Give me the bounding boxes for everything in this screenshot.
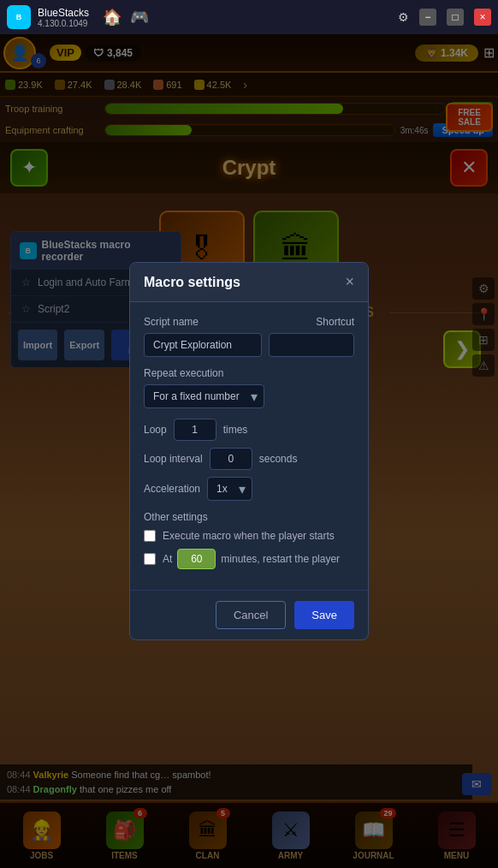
repeat-select[interactable]: For a fixed number	[144, 384, 264, 408]
macro-settings-modal: Macro settings × Script name Shortcut	[129, 262, 369, 640]
shortcut-label: Shortcut	[316, 316, 354, 328]
app-version: 4.130.0.1049	[38, 19, 89, 28]
interval-unit: seconds	[259, 453, 298, 465]
game-tab-icon[interactable]: 🎮	[130, 8, 149, 27]
modal-overlay: Macro settings × Script name Shortcut	[0, 34, 498, 868]
accel-row: Acceleration 1x ▾	[144, 477, 354, 501]
execute-label: Execute macro when the player starts	[163, 530, 335, 542]
other-settings-label: Other settings	[144, 511, 354, 523]
save-button[interactable]: Save	[294, 601, 354, 629]
loop-label: Loop	[144, 424, 167, 436]
script-name-row: Script name Shortcut	[144, 316, 354, 357]
repeat-row: Repeat execution For a fixed number ▾	[144, 367, 354, 408]
interval-input[interactable]	[210, 448, 252, 470]
accel-label: Acceleration	[144, 483, 200, 495]
modal-body: Script name Shortcut Repeat execution Fo…	[130, 302, 368, 590]
titlebar: B BlueStacks 4.130.0.1049 🏠 🎮 ⚙ − □ ×	[0, 0, 498, 34]
bluestacks-logo: B	[7, 5, 31, 29]
execute-checkbox-row: Execute macro when the player starts	[144, 530, 354, 542]
interval-label: Loop interval	[144, 453, 203, 465]
accel-select-wrapper: 1x ▾	[207, 477, 252, 501]
at-input[interactable]	[177, 549, 216, 569]
accel-select[interactable]: 1x	[207, 477, 252, 501]
modal-title: Macro settings	[144, 275, 240, 290]
restart-checkbox[interactable]	[144, 553, 156, 565]
loop-row: Loop times	[144, 419, 354, 441]
maximize-button[interactable]: □	[447, 9, 464, 26]
cancel-button[interactable]: Cancel	[216, 601, 286, 629]
game-area: 👤 6 VIP 🛡 3,845 🦁 1.34K ⊞ 23.9K 27.4K	[0, 34, 498, 868]
script-name-label: Script name	[144, 316, 199, 328]
shortcut-input[interactable]	[269, 333, 354, 357]
repeat-select-wrapper: For a fixed number ▾	[144, 384, 264, 408]
modal-header: Macro settings ×	[130, 263, 368, 302]
settings-icon[interactable]: ⚙	[398, 10, 409, 24]
close-button[interactable]: ×	[474, 9, 491, 26]
execute-checkbox[interactable]	[144, 530, 156, 542]
repeat-label: Repeat execution	[144, 367, 354, 379]
restart-checkbox-row: At minutes, restart the player	[144, 549, 354, 569]
home-icon[interactable]: 🏠	[103, 8, 122, 27]
restart-label: minutes, restart the player	[221, 553, 340, 565]
modal-footer: Cancel Save	[130, 590, 368, 639]
script-name-inputs	[144, 333, 354, 357]
minimize-button[interactable]: −	[419, 9, 436, 26]
modal-close-button[interactable]: ×	[345, 273, 354, 291]
interval-row: Loop interval seconds	[144, 448, 354, 470]
script-name-input[interactable]	[144, 333, 262, 357]
loop-input[interactable]	[174, 419, 216, 441]
script-name-label-row: Script name Shortcut	[144, 316, 354, 328]
app-name: BlueStacks	[38, 7, 89, 19]
at-row: At minutes, restart the player	[163, 549, 340, 569]
at-label: At	[163, 553, 172, 565]
loop-times: times	[223, 424, 248, 436]
